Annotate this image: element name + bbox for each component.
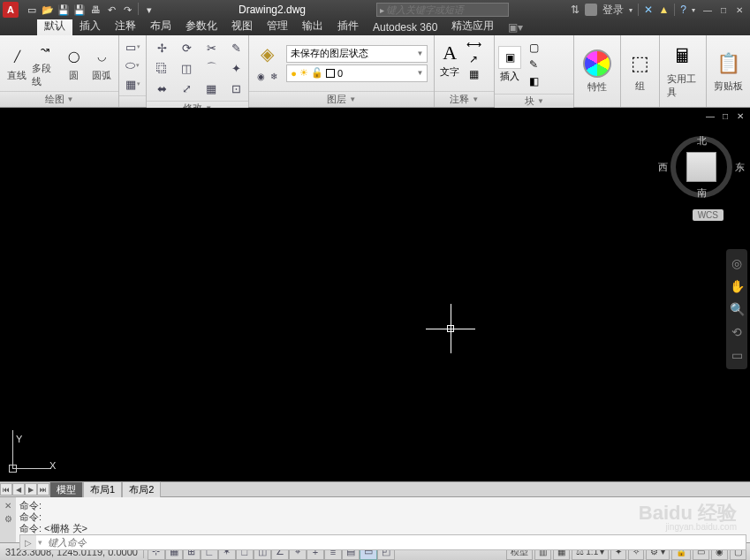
signin-switch-icon[interactable]: ⇅ bbox=[571, 4, 580, 16]
drawing-canvas[interactable]: — □ ✕ 北 南 西 东 WCS ◎ ✋ 🔍 ⟲ ▭ Y X bbox=[0, 108, 750, 481]
panel-draw-footer[interactable]: 绘图▼ bbox=[0, 91, 118, 107]
help-search[interactable]: ▸ bbox=[376, 3, 509, 17]
warning-icon[interactable]: ▲ bbox=[658, 4, 669, 16]
tab-annotate[interactable]: 注释 bbox=[108, 17, 143, 35]
layout-tab-model[interactable]: 模型 bbox=[49, 481, 83, 497]
wcs-badge[interactable]: WCS bbox=[693, 209, 723, 221]
showmotion-icon[interactable]: ▭ bbox=[728, 346, 746, 364]
tab-prev-icon[interactable]: ◀ bbox=[12, 483, 25, 496]
viewcube-west[interactable]: 西 bbox=[658, 161, 668, 174]
viewcube-face[interactable] bbox=[686, 152, 716, 182]
panel-block-footer[interactable]: 块▼ bbox=[495, 94, 573, 108]
orbit-icon[interactable]: ⟲ bbox=[728, 323, 746, 341]
app-logo-icon[interactable]: A bbox=[3, 2, 19, 18]
minimize-button[interactable]: — bbox=[701, 4, 715, 16]
tab-parametric[interactable]: 参数化 bbox=[178, 17, 224, 35]
help-icon[interactable]: ? bbox=[680, 4, 686, 16]
properties-wheel-icon[interactable] bbox=[583, 49, 611, 78]
qat-more-icon[interactable]: ▾ bbox=[142, 3, 156, 17]
print-icon[interactable]: 🖶 bbox=[88, 3, 102, 17]
tab-output[interactable]: 输出 bbox=[295, 17, 330, 35]
move-icon[interactable]: ✢ bbox=[152, 39, 171, 57]
table-icon[interactable]: ▦ bbox=[465, 67, 482, 81]
tab-first-icon[interactable]: ⏮ bbox=[0, 483, 12, 496]
cmd-config-icon[interactable]: ⚙ bbox=[4, 514, 12, 524]
block-attr-icon[interactable]: ◧ bbox=[525, 73, 542, 89]
tab-view[interactable]: 视图 bbox=[224, 17, 260, 35]
new-icon[interactable]: ▭ bbox=[25, 3, 39, 17]
mirror-icon[interactable]: ◫ bbox=[177, 59, 196, 77]
exchange-icon[interactable]: ✕ bbox=[644, 4, 653, 16]
tab-insert[interactable]: 插入 bbox=[72, 17, 108, 35]
open-icon[interactable]: 📂 bbox=[41, 3, 55, 17]
tab-last-icon[interactable]: ⏭ bbox=[37, 483, 49, 496]
tab-layout[interactable]: 布局 bbox=[143, 17, 178, 35]
layer-off-icon[interactable]: ◉ bbox=[254, 68, 267, 86]
close-button[interactable]: ✕ bbox=[732, 4, 746, 16]
hatch-icon[interactable]: ▦▾ bbox=[123, 75, 142, 93]
panel-annotate-footer[interactable]: 注释▼ bbox=[435, 91, 494, 107]
leader-icon[interactable]: ↗ bbox=[465, 52, 482, 66]
layer-properties-icon[interactable]: ◈ bbox=[255, 42, 280, 66]
insert-block-icon[interactable]: ▣ bbox=[498, 46, 521, 69]
panel-layer-footer[interactable]: 图层▼ bbox=[249, 91, 434, 107]
viewcube-south[interactable]: 南 bbox=[697, 186, 707, 200]
clipboard-icon[interactable]: 📋 bbox=[715, 50, 741, 77]
trim-icon[interactable]: ✂ bbox=[201, 39, 221, 57]
undo-icon[interactable]: ↶ bbox=[104, 3, 118, 17]
steering-wheel-icon[interactable]: ◎ bbox=[728, 254, 746, 272]
pan-icon[interactable]: ✋ bbox=[728, 277, 746, 295]
line-tool[interactable]: ╱直线 bbox=[4, 45, 30, 82]
save-icon[interactable]: 💾 bbox=[57, 3, 71, 17]
group-icon[interactable]: ⬚ bbox=[627, 50, 654, 77]
tab-manage[interactable]: 管理 bbox=[260, 17, 295, 35]
array-icon[interactable]: ▦ bbox=[201, 79, 221, 97]
tab-a360[interactable]: Autodesk 360 bbox=[366, 19, 444, 35]
tab-next-icon[interactable]: ▶ bbox=[25, 483, 37, 496]
redo-icon[interactable]: ↷ bbox=[120, 3, 134, 17]
login-label[interactable]: 登录 bbox=[602, 3, 624, 18]
text-tool-icon[interactable]: A bbox=[437, 41, 462, 65]
create-block-icon[interactable]: ▢ bbox=[525, 40, 542, 56]
erase-icon[interactable]: ✎ bbox=[226, 39, 246, 57]
tab-default[interactable]: 默认 bbox=[37, 17, 72, 35]
edit-block-icon[interactable]: ✎ bbox=[525, 57, 542, 72]
layer-state-dropdown[interactable]: 未保存的图层状态▼ bbox=[286, 45, 428, 63]
viewcube-east[interactable]: 东 bbox=[735, 161, 745, 174]
user-icon[interactable] bbox=[585, 4, 597, 16]
doc-close-button[interactable]: ✕ bbox=[734, 110, 746, 121]
ellipse-icon[interactable]: ⬭▾ bbox=[123, 57, 142, 74]
layer-current-dropdown[interactable]: ● ☀ 🔓 0 ▼ bbox=[286, 64, 428, 82]
stretch-icon[interactable]: ⬌ bbox=[152, 79, 171, 97]
explode-icon[interactable]: ✦ bbox=[226, 59, 246, 77]
tab-featured[interactable]: 精选应用 bbox=[444, 17, 501, 35]
polyline-tool[interactable]: ↝多段线 bbox=[32, 38, 58, 88]
dimension-icon[interactable]: ⟷ bbox=[465, 37, 482, 51]
rectangle-icon[interactable]: ▭▾ bbox=[123, 38, 142, 56]
layout-tab-2[interactable]: 布局2 bbox=[122, 481, 161, 497]
copy-icon[interactable]: ⿻ bbox=[152, 59, 171, 77]
tab-expand-icon[interactable]: ▣▾ bbox=[501, 19, 530, 35]
layer-freeze-icon[interactable]: ❄ bbox=[268, 68, 280, 86]
rotate-icon[interactable]: ⟳ bbox=[177, 39, 196, 57]
fillet-icon[interactable]: ⌒ bbox=[201, 59, 221, 77]
doc-minimize-button[interactable]: — bbox=[704, 110, 716, 121]
search-input[interactable] bbox=[386, 4, 505, 15]
scale-icon[interactable]: ⤢ bbox=[177, 79, 196, 97]
search-arrow-icon: ▸ bbox=[380, 5, 384, 15]
maximize-button[interactable]: □ bbox=[716, 4, 731, 16]
saveas-icon[interactable]: 💾 bbox=[72, 3, 87, 17]
cmd-close-icon[interactable]: ✕ bbox=[4, 501, 11, 511]
zoom-icon[interactable]: 🔍 bbox=[728, 300, 746, 318]
offset-icon[interactable]: ⊡ bbox=[226, 79, 246, 97]
viewcube[interactable]: 北 南 西 东 bbox=[670, 136, 732, 198]
viewcube-north[interactable]: 北 bbox=[697, 134, 707, 148]
arc-tool[interactable]: ◡圆弧 bbox=[88, 45, 115, 82]
utilities-icon[interactable]: 🖩 bbox=[670, 43, 696, 70]
command-input-row[interactable]: ▷ ▾ bbox=[19, 534, 746, 550]
doc-maximize-button[interactable]: □ bbox=[719, 110, 731, 121]
command-input[interactable] bbox=[44, 537, 746, 548]
layout-tab-1[interactable]: 布局1 bbox=[83, 481, 122, 497]
circle-tool[interactable]: ◯圆 bbox=[60, 45, 87, 82]
tab-plugins[interactable]: 插件 bbox=[330, 17, 366, 35]
